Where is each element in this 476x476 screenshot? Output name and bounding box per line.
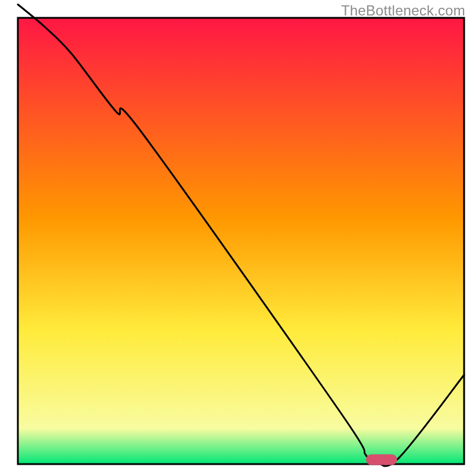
- plot-svg: [0, 0, 476, 476]
- bottleneck-chart: TheBottleneck.com: [0, 0, 476, 476]
- watermark-text: TheBottleneck.com: [341, 2, 465, 19]
- optimal-marker: [366, 455, 397, 465]
- gradient-background: [18, 18, 464, 464]
